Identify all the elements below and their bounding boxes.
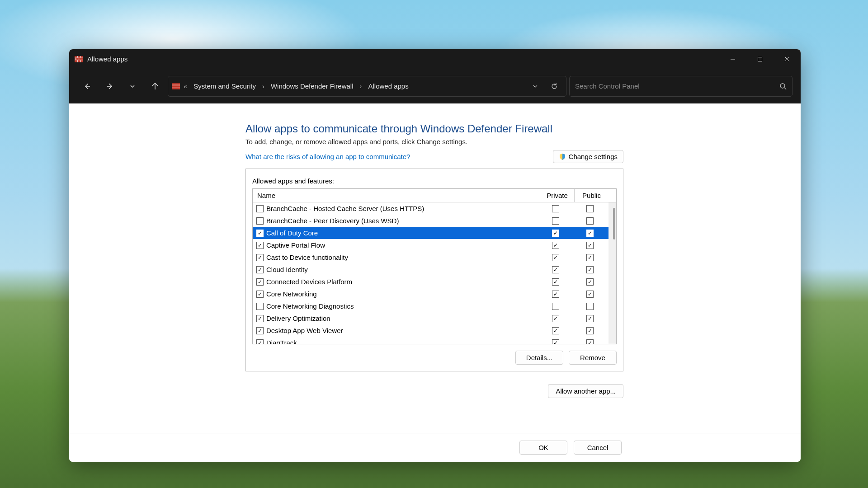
address-dropdown[interactable]	[527, 78, 543, 94]
cancel-button[interactable]: Cancel	[574, 441, 622, 455]
col-private[interactable]: Private	[540, 189, 574, 202]
private-checkbox[interactable]: ✓	[552, 327, 559, 334]
ok-button[interactable]: OK	[519, 441, 567, 455]
refresh-button[interactable]	[546, 78, 562, 94]
up-button[interactable]	[145, 76, 165, 96]
private-checkbox[interactable]	[552, 205, 559, 212]
public-checkbox[interactable]: ✓	[586, 242, 594, 249]
window: Allowed apps « System and Security › Win…	[69, 49, 801, 462]
table-row[interactable]: ✓Desktop App Web Viewer✓✓	[253, 324, 616, 337]
private-checkbox[interactable]: ✓	[552, 242, 559, 249]
content-area: Allow apps to communicate through Window…	[69, 103, 801, 433]
change-settings-label: Change settings	[569, 153, 618, 160]
enable-checkbox[interactable]: ✓	[256, 242, 264, 249]
app-name: BranchCache - Peer Discovery (Uses WSD)	[266, 217, 540, 225]
table-row[interactable]: ✓Captive Portal Flow✓✓	[253, 239, 616, 251]
scrollbar[interactable]	[609, 202, 616, 344]
table-row[interactable]: ✓Core Networking✓✓	[253, 288, 616, 300]
details-button[interactable]: Details...	[515, 351, 563, 365]
page-title: Allow apps to communicate through Window…	[245, 122, 801, 135]
private-checkbox[interactable]: ✓	[552, 278, 559, 286]
page-subtitle: To add, change, or remove allowed apps a…	[245, 138, 801, 145]
public-checkbox[interactable]	[586, 303, 594, 310]
apps-grid: Name Private Public BranchCache - Hosted…	[252, 188, 617, 344]
breadcrumb-root[interactable]: «	[183, 82, 188, 90]
private-checkbox[interactable]: ✓	[552, 230, 559, 237]
table-row[interactable]: ✓Cast to Device functionality✓✓	[253, 251, 616, 263]
enable-checkbox[interactable]	[256, 205, 264, 212]
app-name: Core Networking	[266, 290, 540, 298]
enable-checkbox[interactable]: ✓	[256, 230, 264, 237]
enable-checkbox[interactable]: ✓	[256, 291, 264, 298]
enable-checkbox[interactable]: ✓	[256, 266, 264, 273]
table-row[interactable]: ✓Connected Devices Platform✓✓	[253, 276, 616, 288]
public-checkbox[interactable]: ✓	[586, 254, 594, 261]
app-name: Call of Duty Core	[266, 229, 540, 237]
allow-another-app-button[interactable]: Allow another app...	[548, 384, 623, 398]
private-checkbox[interactable]: ✓	[552, 315, 559, 322]
breadcrumb-item[interactable]: System and Security	[191, 80, 259, 92]
app-name: Delivery Optimization	[266, 314, 540, 322]
table-row[interactable]: Core Networking Diagnostics	[253, 300, 616, 312]
breadcrumb-item[interactable]: Windows Defender Firewall	[268, 80, 356, 92]
enable-checkbox[interactable]: ✓	[256, 278, 264, 286]
table-row[interactable]: ✓Delivery Optimization✓✓	[253, 312, 616, 324]
public-checkbox[interactable]: ✓	[586, 339, 594, 344]
table-row[interactable]: ✓Call of Duty Core✓✓	[253, 227, 616, 239]
remove-button[interactable]: Remove	[569, 351, 617, 365]
minimize-button[interactable]	[719, 49, 746, 69]
public-checkbox[interactable]: ✓	[586, 327, 594, 334]
window-title: Allowed apps	[87, 55, 127, 63]
grid-body[interactable]: BranchCache - Hosted Cache Server (Uses …	[253, 202, 616, 344]
search-icon	[779, 83, 787, 90]
enable-checkbox[interactable]: ✓	[256, 254, 264, 261]
col-name[interactable]: Name	[253, 189, 540, 202]
private-checkbox[interactable]: ✓	[552, 254, 559, 261]
public-checkbox[interactable]: ✓	[586, 266, 594, 273]
app-name: Cast to Device functionality	[266, 253, 540, 261]
enable-checkbox[interactable]	[256, 303, 264, 310]
svg-rect-2	[75, 60, 83, 60]
private-checkbox[interactable]	[552, 217, 559, 225]
forward-button[interactable]	[100, 76, 120, 96]
private-checkbox[interactable]: ✓	[552, 339, 559, 344]
table-row[interactable]: ✓Cloud Identity✓✓	[253, 263, 616, 276]
svg-rect-1	[75, 57, 83, 58]
firewall-icon	[75, 55, 83, 63]
chevron-right-icon: ›	[359, 82, 363, 90]
public-checkbox[interactable]: ✓	[586, 230, 594, 237]
private-checkbox[interactable]: ✓	[552, 291, 559, 298]
app-name: BranchCache - Hosted Cache Server (Uses …	[266, 205, 540, 212]
search-input[interactable]: Search Control Panel	[569, 76, 793, 97]
public-checkbox[interactable]	[586, 217, 594, 225]
svg-rect-5	[75, 58, 76, 59]
maximize-button[interactable]	[746, 49, 774, 69]
address-bar[interactable]: « System and Security › Windows Defender…	[168, 76, 566, 97]
breadcrumb-item[interactable]: Allowed apps	[365, 80, 411, 92]
private-checkbox[interactable]: ✓	[552, 266, 559, 273]
recent-dropdown[interactable]	[123, 76, 142, 96]
enable-checkbox[interactable]: ✓	[256, 327, 264, 334]
col-public[interactable]: Public	[574, 189, 609, 202]
public-checkbox[interactable]: ✓	[586, 278, 594, 286]
scrollbar-thumb[interactable]	[613, 208, 615, 239]
enable-checkbox[interactable]: ✓	[256, 339, 264, 344]
app-name: Core Networking Diagnostics	[266, 302, 540, 310]
public-checkbox[interactable]	[586, 205, 594, 212]
public-checkbox[interactable]: ✓	[586, 315, 594, 322]
enable-checkbox[interactable]: ✓	[256, 315, 264, 322]
change-settings-button[interactable]: Change settings	[553, 150, 623, 163]
table-row[interactable]: ✓DiagTrack✓✓	[253, 337, 616, 344]
app-name: Cloud Identity	[266, 266, 540, 273]
table-row[interactable]: BranchCache - Hosted Cache Server (Uses …	[253, 202, 616, 215]
close-button[interactable]	[774, 49, 801, 69]
back-button[interactable]	[77, 76, 97, 96]
private-checkbox[interactable]	[552, 303, 559, 310]
public-checkbox[interactable]: ✓	[586, 291, 594, 298]
table-row[interactable]: BranchCache - Peer Discovery (Uses WSD)	[253, 215, 616, 227]
risks-link[interactable]: What are the risks of allowing an app to…	[245, 153, 410, 160]
svg-rect-3	[77, 56, 78, 57]
app-name: Captive Portal Flow	[266, 241, 540, 249]
enable-checkbox[interactable]	[256, 217, 264, 225]
app-name: Connected Devices Platform	[266, 278, 540, 286]
